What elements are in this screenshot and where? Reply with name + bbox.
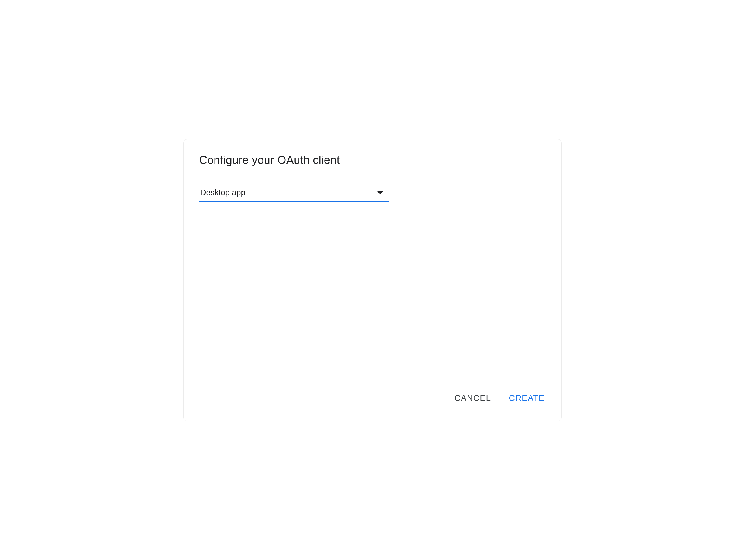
spacer: [199, 202, 546, 391]
application-type-select[interactable]: Desktop app: [199, 186, 389, 202]
select-value: Desktop app: [200, 188, 246, 197]
oauth-config-dialog: Configure your OAuth client Desktop app …: [184, 139, 561, 421]
dialog-title: Configure your OAuth client: [199, 154, 546, 167]
cancel-button[interactable]: CANCEL: [453, 391, 492, 405]
dialog-actions: CANCEL CREATE: [199, 391, 546, 406]
create-button[interactable]: CREATE: [508, 391, 546, 405]
application-type-select-container: Desktop app: [199, 186, 389, 202]
chevron-down-icon: [377, 191, 384, 194]
